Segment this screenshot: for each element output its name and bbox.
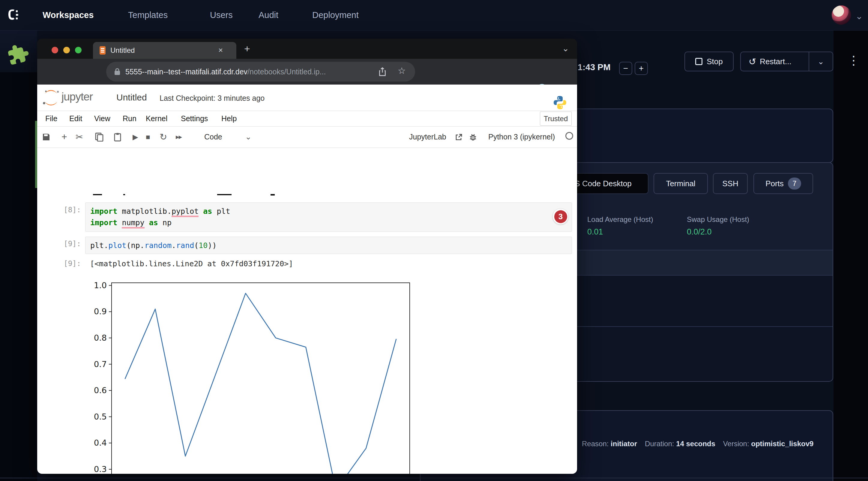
tab-title: Untitled [111,46,135,55]
bookmark-star-icon[interactable]: ☆ [398,65,406,76]
jupyter-menubar [37,111,577,127]
trusted-button[interactable]: Trusted [540,111,572,126]
collaborators-count: 3 [554,210,567,223]
address-bar[interactable]: 5555--main--test--matifali.atif.cdr.dev/… [106,62,415,82]
debugger-bug-icon[interactable] [468,126,477,148]
swap-usage-metric: Swap Usage (Host) 0.0/2.0 [687,215,749,236]
tab-search-chevron-icon[interactable]: ⌄ [562,43,569,53]
url-path: /notebooks/Untitled.ip... [247,67,326,76]
browser-tabstrip: Untitled × + ⌄ [37,39,577,59]
notebook-title[interactable]: Untitled [116,92,147,102]
open-jupyterlab-link[interactable]: JupyterLab [409,126,446,148]
cell8-line2: import numpy as np [90,217,567,228]
url-host: 5555--main--test--matifali.atif.cdr.dev [125,67,247,76]
browser-tab-active[interactable]: Untitled × [93,42,236,59]
screen: 1:43 PM − + Stop ↺ Restart... ⌄ ⋮ S Code… [0,0,868,481]
external-link-icon[interactable] [455,126,463,148]
nav-item-audit[interactable]: Audit [258,0,278,30]
restart-button[interactable]: ↺ Restart... ⌄ [740,52,833,71]
matplotlib-figure: 0.20.30.40.50.60.70.80.91.002468 [84,275,426,474]
vscode-desktop-label: S Code Desktop [575,179,631,188]
paste-cells-button[interactable] [113,126,122,148]
restart-icon: ↺ [749,56,756,67]
clipped-cell-remnant [271,194,275,195]
checkpoint-status: Last Checkpoint: 3 minutes ago [160,94,265,102]
save-button[interactable] [42,126,50,148]
nav-item-users[interactable]: Users [210,0,233,30]
stop-button[interactable]: Stop [684,52,734,71]
cell8-prompt: [8]: [60,206,81,214]
ports-count-badge: 7 [788,178,801,190]
run-cell-button[interactable]: ▶ [132,126,138,148]
traffic-light-close[interactable] [52,47,58,53]
cell9-input[interactable]: plt.plot(np.random.rand(10)) [85,236,572,254]
ports-button[interactable]: Ports 7 [753,173,813,194]
traffic-light-minimize[interactable] [63,47,70,53]
restart-kernel-button[interactable]: ↻ [160,126,167,148]
user-avatar[interactable] [832,5,851,25]
restart-options-chevron[interactable]: ⌄ [809,52,833,71]
ssh-button[interactable]: SSH [713,173,748,194]
menu-file[interactable]: File [45,111,57,126]
output-text: [<matplotlib.lines.Line2D at 0x7fd03f191… [90,259,293,268]
user-menu-chevron-icon[interactable]: ⌄ [856,11,863,21]
stop-square-icon [695,58,703,65]
reason-item: Reason: initiator [582,440,637,448]
cell8-input[interactable]: import matplotlib.pyplot as plt import n… [85,202,572,232]
zoom-in-button[interactable]: + [634,62,648,75]
svg-text:0.8: 0.8 [94,333,107,343]
interrupt-kernel-button[interactable]: ■ [146,126,150,148]
svg-text:0.4: 0.4 [94,438,107,447]
page-background-right [834,30,868,481]
menu-settings[interactable]: Settings [181,111,208,126]
menu-run[interactable]: Run [123,111,136,126]
zoom-out-button[interactable]: − [619,62,632,75]
add-cell-button[interactable]: + [61,126,67,148]
workspace-kebab-menu[interactable]: ⋮ [847,53,860,67]
menu-view[interactable]: View [94,111,111,126]
swap-usage-label: Swap Usage (Host) [687,215,749,224]
nav-item-templates[interactable]: Templates [128,0,168,30]
jupyter-brand: jupyter [61,91,93,103]
page-bottom-divider [0,478,868,478]
collaborators-badge[interactable]: 3 [553,209,568,224]
nav-item-deployment[interactable]: Deployment [312,0,359,30]
lock-icon [114,68,121,75]
kernel-name[interactable]: Python 3 (ipykernel) [488,126,555,148]
menu-kernel[interactable]: Kernel [146,111,167,126]
menu-edit[interactable]: Edit [69,111,82,126]
clipped-cell-remnant [217,194,231,195]
puzzle-icon [4,41,34,66]
cell8-line1: import matplotlib.pyplot as plt [90,206,567,217]
share-icon[interactable] [378,67,386,76]
copy-cells-button[interactable] [95,126,103,148]
ssh-label: SSH [722,179,738,188]
jupyter-header: jupyter Untitled Last Checkpoint: 3 minu… [37,85,577,111]
cell9-prompt: [9]: [60,239,81,248]
new-tab-button[interactable]: + [244,43,250,55]
menu-help[interactable]: Help [221,111,237,126]
coder-logo [6,8,21,22]
run-all-button[interactable]: ▶▶ [176,126,182,148]
side-panel [0,30,37,72]
restart-label: Restart... [760,57,791,66]
browser-window: Untitled × + ⌄ ← → ↻ 5555--main--test--m… [37,39,577,474]
load-average-value: 0.01 [587,227,653,236]
cut-cells-button[interactable]: ✂ [75,126,83,148]
cell-type-chevron-icon[interactable]: ⌄ [245,126,252,148]
load-average-label: Load Average (Host) [587,215,653,224]
tab-close-icon[interactable]: × [218,45,223,55]
clipped-cell-remnant [123,194,125,195]
svg-text:0.5: 0.5 [94,412,107,421]
traffic-light-zoom[interactable] [75,47,82,53]
svg-text:1.0: 1.0 [94,281,107,290]
clipped-cell-remnant [93,194,102,195]
swap-usage-value: 0.0/2.0 [687,227,749,236]
jupyter-logo [42,89,60,106]
output-prompt: [9]: [60,259,81,268]
nav-item-workspaces[interactable]: Workspaces [42,0,94,30]
svg-text:0.9: 0.9 [94,307,107,316]
load-average-metric: Load Average (Host) 0.01 [587,215,653,236]
cell-type-select[interactable]: Code [204,126,222,148]
terminal-button[interactable]: Terminal [654,173,708,194]
